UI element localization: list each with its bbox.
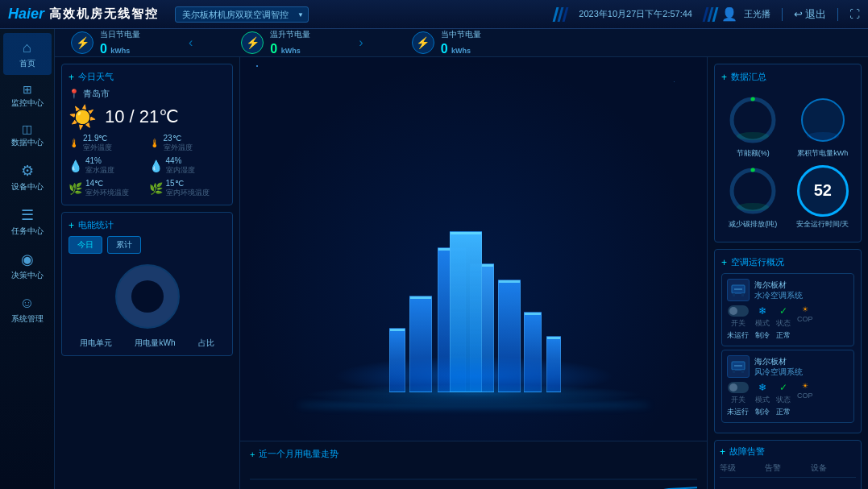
ac-status-value-1: 正常 [776,407,791,417]
stat-info-1: 温升节电量 0 kWhs [270,29,310,56]
ac-switch-0: 开关 未运行 [727,305,749,341]
ac-stats-0: 开关 未运行 ❄ 模式 制冷 ✓ 状态 正常 [727,305,849,341]
stat-item-0: ⚡ 当日节电量 0 kWhs [71,29,140,56]
weather-item-1: 🌡 23℃ 室外温度 [149,134,226,153]
sidebar-item-task[interactable]: ☰ 任务中心 [3,200,52,242]
bolt-icon-0: ⚡ [76,36,89,49]
ac-switch-1: 开关 未运行 [727,382,749,417]
logo-area: Haier 高效机房无线智控 [8,6,159,23]
sun-icon-0: ☀ [802,305,808,313]
ac-status-1: ✓ 状态 正常 [776,382,791,417]
bolt-icon-1: ⚡ [246,36,260,49]
humidity-icon-1: 💧 [149,160,163,172]
weather-location: 📍 青岛市 [69,88,226,100]
gauge-circle-2 [727,165,779,217]
btn-today[interactable]: 今日 [69,236,102,254]
stat-info-0: 当日节电量 0 kWhs [100,29,140,56]
temp-icon-1: 🌡 [149,137,160,150]
ac-switch-label-1: 开关 [731,395,745,405]
checkmark-icon-0: ✓ [779,305,787,317]
sidebar-label-decision: 决策中心 [11,271,44,280]
ac-image-icon-1 [727,355,750,378]
stat-item-1: ⚡ 温升节电量 0 kWhs [241,29,310,56]
stats-bar: ⚡ 当日节电量 0 kWhs ‹ ⚡ 温升节电量 0 [55,29,868,57]
weather-section: 今日天气 📍 青岛市 ☀️ 10 / 21℃ 🌡 2 [61,64,233,205]
alarm-title: 故障告警 [729,445,765,458]
logo-haier: Haier [8,6,44,23]
sidebar-label-home: 首页 [19,59,35,68]
project-dropdown-wrap[interactable]: 美尔板材机房双联空调智控 [159,6,309,23]
nav-arrow-left[interactable]: ‹ [189,35,193,50]
sidebar-item-home[interactable]: ⌂ 首页 [3,33,52,75]
btn-total[interactable]: 累计 [107,236,141,254]
alarm-section: 故障告警 等级 告警 设备 安全运行中... [714,440,862,489]
alarm-col-2: 设备 [811,462,856,474]
gauges-grid: 节能额(%) 累积节电量kWh [721,88,854,235]
left-panel: 今日天气 📍 青岛市 ☀️ 10 / 21℃ 🌡 2 [55,57,240,489]
alarm-columns: 等级 告警 设备 [720,462,856,478]
alarm-col-1: 告警 [765,462,810,474]
svg-rect-13 [741,293,744,296]
ac-toggle-1[interactable] [728,382,749,393]
sun-icon-1: ☀ [802,382,808,390]
weather-temp: 10 / 21℃ [105,106,179,127]
logout-button[interactable]: ↩ 退出 [794,7,826,22]
sidebar-item-system[interactable]: ☺ 系统管理 [3,288,52,330]
gauge-label-2: 减少碳排放(吨) [729,220,777,230]
stat-icon-2: ⚡ [412,31,434,54]
ac-cop-1: ☀ COP [797,382,813,417]
sidebar-item-monitor[interactable]: ⊞ 监控中心 [3,77,52,114]
data-summary-title: 数据汇总 [731,71,766,83]
gauge-svg-1 [797,94,849,146]
bolt-icon-2: ⚡ [416,36,430,49]
alarm-col-0: 等级 [720,462,765,474]
ac-mode-0: ❄ 模式 制冷 [755,305,770,341]
header: Haier 高效机房无线智控 美尔板材机房双联空调智控 2023年10月27日下… [0,0,868,29]
deco-lines2 [704,7,716,22]
ground-glow [297,402,651,408]
system-icon: ☺ [19,295,34,312]
ac-unit-header-0: 海尔板材 水冷空调系统 [727,279,849,301]
stat-value-2: 0 kWhs [441,42,481,56]
nav-arrow-right[interactable]: › [359,35,363,50]
data-summary-section: 数据汇总 节能额(%) [714,64,862,242]
sidebar-item-decision[interactable]: ◉ 决策中心 [3,244,52,287]
ac-mode-label-1: 模式 [755,395,770,405]
logo-title: 高效机房无线智控 [49,6,159,22]
stat-label-2: 当中节电量 [441,29,481,40]
logout-label: 退出 [805,7,826,22]
content-area: ⚡ 当日节电量 0 kWhs ‹ ⚡ 温升节电量 0 [55,29,868,489]
snowflake-icon-0: ❄ [758,305,766,317]
ac-toggle-0[interactable] [728,305,749,317]
fullscreen-button[interactable]: ⛶ [849,8,860,20]
right-panel: 数据汇总 节能额(%) [707,57,868,489]
weather-item-5: 🌿 15℃ 室内环境温度 [149,179,226,198]
sidebar-label-monitor: 监控中心 [11,98,44,108]
svg-point-10 [737,203,769,211]
ac-switch-label-0: 开关 [731,318,745,329]
main-layout: ⌂ 首页 ⊞ 监控中心 ◫ 数据中心 ⚙ 设备中心 ☰ 任务中心 ◉ 决策中心 … [0,29,868,489]
env-icon-0: 🌿 [69,182,82,195]
electricity-title: 电能统计 [69,219,226,231]
ac-section: 空调运行概况 [714,249,862,433]
ac-status-label-0: 状态 [776,318,791,329]
svg-point-7 [807,132,839,140]
divider1 [782,8,783,21]
ac-cop-label-0: COP [797,315,813,323]
sidebar: ⌂ 首页 ⊞ 监控中心 ◫ 数据中心 ⚙ 设备中心 ☰ 任务中心 ◉ 决策中心 … [0,29,55,489]
weather-main: ☀️ 10 / 21℃ [69,103,226,131]
center-panel: 近一个月用电量走势 [240,57,707,489]
ac-unit-header-1: 海尔板材 风冷空调系统 [727,355,849,378]
env-icon-1: 🌿 [149,182,163,195]
electricity-labels: 用电单元 用电量kWh 占比 [69,338,226,349]
sidebar-label-device: 设备中心 [11,182,44,192]
ac-mode-value-1: 制冷 [755,407,770,417]
ac-section-title: 空调运行概况 [731,256,784,268]
trend-section: 近一个月用电量走势 [240,441,707,489]
project-dropdown[interactable]: 美尔板材机房双联空调智控 [175,6,309,23]
sidebar-item-data[interactable]: ◫ 数据中心 [3,116,52,154]
electricity-buttons: 今日 累计 [69,236,226,254]
sidebar-item-device[interactable]: ⚙ 设备中心 [3,155,52,198]
star2 [674,81,675,82]
svg-rect-16 [733,370,735,373]
